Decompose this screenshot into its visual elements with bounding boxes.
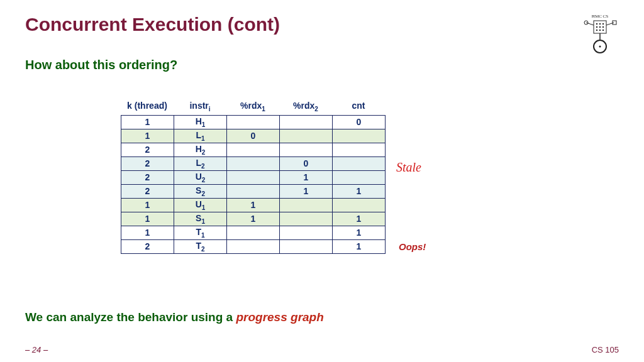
table-cell [227,226,280,239]
table-cell: 1 [121,198,174,212]
table-cell: 2 [121,170,174,184]
table-cell: 1 [280,170,333,184]
table-cell: 1 [333,212,386,226]
svg-point-8 [596,30,597,31]
oops-label: Oops! [399,241,426,252]
page-number: – 24 – [25,345,48,354]
table-cell [280,239,333,253]
table-cell: L1 [174,129,227,143]
table-cell [333,198,386,212]
table-row: 1H10 [121,115,386,129]
table-cell: T1 [174,226,227,239]
handwritten-annotation: Stale [396,160,421,175]
svg-point-6 [599,26,601,28]
col-instr: instri [174,101,226,112]
table-cell: 0 [227,129,280,143]
table-cell [227,143,280,156]
svg-point-9 [599,30,601,31]
table-cell [280,198,333,212]
svg-text:HMC CS: HMC CS [592,14,608,19]
table-row: 2T21 [121,239,386,253]
table-row: 2L20 [121,156,386,170]
table-row: 2S211 [121,184,386,198]
col-cnt: cnt [332,101,385,112]
svg-point-5 [596,26,597,28]
table-cell: 1 [333,226,386,239]
table-cell: 1 [227,198,280,212]
table-cell: H2 [174,143,227,156]
svg-point-7 [602,26,604,28]
table-header-row: k (thread) instri %rdx1 %rdx2 cnt [121,101,386,112]
slide-title: Concurrent Execution (cont) [25,14,280,35]
table-cell: 2 [121,156,174,170]
slide-subtitle: How about this ordering? [25,58,177,72]
table-cell [227,156,280,170]
bottom-caption: We can analyze the behavior using a prog… [25,310,324,324]
table-cell [227,115,280,129]
table-cell: 1 [121,226,174,239]
hmc-cs-logo: HMC CS [581,11,619,55]
table-cell: 1 [121,129,174,143]
table-cell [280,212,333,226]
table-cell [227,239,280,253]
table-cell: 1 [121,212,174,226]
table-cell [280,143,333,156]
col-rdx2: %rdx2 [279,101,332,112]
svg-point-4 [602,23,604,25]
table-row: 2U21 [121,170,386,184]
col-rdx1: %rdx1 [226,101,279,112]
table-row: 1S111 [121,212,386,226]
table-row: 1L10 [121,129,386,143]
caption-lead: We can analyze the behavior using a [25,310,236,324]
table-cell [280,115,333,129]
table-cell [280,226,333,239]
table-cell: 1 [280,184,333,198]
table-cell: 2 [121,239,174,253]
table-cell: 0 [280,156,333,170]
caption-term: progress graph [236,310,323,324]
table-cell: 2 [121,143,174,156]
table-cell: L2 [174,156,227,170]
trace-table: k (thread) instri %rdx1 %rdx2 cnt 1H101L… [121,101,386,254]
table-cell [227,170,280,184]
table-cell [227,184,280,198]
table-row: 2H2 [121,143,386,156]
table-cell: 1 [333,239,386,253]
table-cell [333,156,386,170]
table-cell: S1 [174,212,227,226]
table-cell: 0 [333,115,386,129]
table-cell: H1 [174,115,227,129]
course-code: CS 105 [592,345,619,354]
table-cell: S2 [174,184,227,198]
table-cell [333,129,386,143]
table-cell [333,170,386,184]
table-row: 1T11 [121,226,386,239]
trace-table-body: 1H101L102H22L202U212S2111U111S1111T112T2… [121,115,386,254]
table-cell: 1 [227,212,280,226]
table-cell: U1 [174,198,227,212]
svg-point-2 [596,23,597,25]
table-cell [333,143,386,156]
col-k: k (thread) [121,101,174,112]
table-row: 1U11 [121,198,386,212]
table-cell: 1 [121,115,174,129]
svg-point-3 [599,23,601,25]
table-cell: U2 [174,170,227,184]
table-cell: T2 [174,239,227,253]
table-cell: 2 [121,184,174,198]
table-cell: 1 [333,184,386,198]
table-cell [280,129,333,143]
svg-point-10 [602,30,604,31]
svg-point-17 [599,46,601,48]
